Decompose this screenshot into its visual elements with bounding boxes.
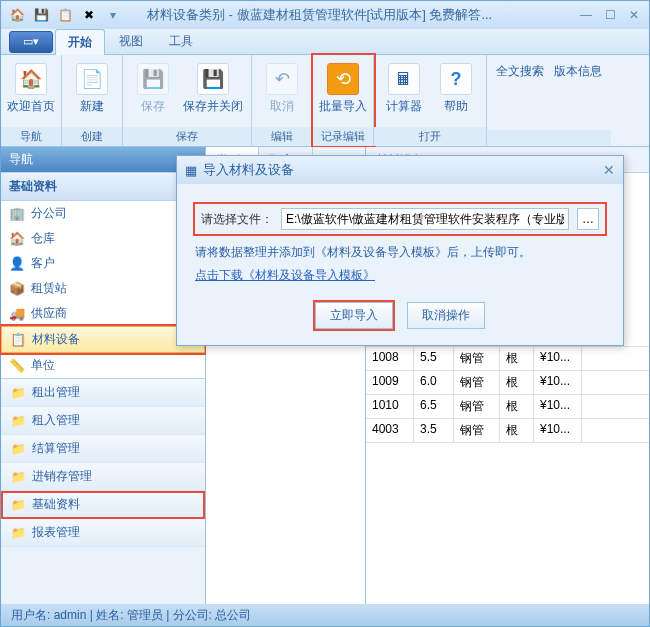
- batch-import-button[interactable]: ⟲批量导入: [319, 59, 367, 123]
- titlebar: 🏠 💾 📋 ✖ ▾ 材料设备类别 - 傲蓝建材租赁管理软件[试用版本] 免费解答…: [1, 1, 649, 29]
- ribbon: 🏠欢迎首页 导航 📄新建 创建 💾保存 💾保存并关闭 保存 ↶取消 编辑: [1, 55, 649, 147]
- nav-section-title[interactable]: 基础资料: [1, 172, 205, 201]
- folder-icon: 📁: [11, 386, 26, 400]
- nav-group-3[interactable]: 📁进销存管理: [1, 463, 205, 491]
- table-row[interactable]: 40033.5钢管根¥10...: [366, 419, 649, 443]
- close-icon[interactable]: ✕: [625, 8, 643, 22]
- sidebar-item-6[interactable]: 📏单位: [1, 353, 205, 378]
- sidebar-item-4[interactable]: 🚚供应商: [1, 301, 205, 326]
- help-button[interactable]: ?帮助: [432, 59, 480, 123]
- window-title: 材料设备类别 - 傲蓝建材租赁管理软件[试用版本] 免费解答...: [147, 6, 573, 24]
- sidebar-item-2[interactable]: 👤客户: [1, 251, 205, 276]
- sidebar-item-1[interactable]: 🏠仓库: [1, 226, 205, 251]
- save-icon: 💾: [137, 63, 169, 95]
- fulltext-search-button[interactable]: 全文搜索: [493, 59, 547, 126]
- close-doc-icon[interactable]: ✖: [79, 5, 99, 25]
- folder-icon: 📁: [11, 526, 26, 540]
- folder-icon: 📁: [11, 498, 26, 512]
- import-icon: ⟲: [327, 63, 359, 95]
- app-button[interactable]: ▭▾: [9, 31, 53, 53]
- tab-start[interactable]: 开始: [55, 29, 105, 55]
- version-info-button[interactable]: 版本信息: [551, 59, 605, 126]
- undo-icon: ↶: [266, 63, 298, 95]
- minimize-icon[interactable]: —: [577, 8, 595, 22]
- table-row[interactable]: 10096.0钢管根¥10...: [366, 371, 649, 395]
- sidebar-item-0[interactable]: 🏢分公司: [1, 201, 205, 226]
- nav-group-5[interactable]: 📁报表管理: [1, 519, 205, 547]
- home-icon[interactable]: 🏠: [7, 5, 27, 25]
- help-icon: ?: [440, 63, 472, 95]
- sidebar-item-3[interactable]: 📦租赁站: [1, 276, 205, 301]
- folder-icon: 📁: [11, 414, 26, 428]
- save-icon[interactable]: 💾: [31, 5, 51, 25]
- dialog-close-icon[interactable]: ✕: [603, 162, 615, 178]
- nav-group-4[interactable]: 📁基础资料: [1, 491, 205, 519]
- table-row[interactable]: 10085.5钢管根¥10...: [366, 347, 649, 371]
- nav-group-2[interactable]: 📁结算管理: [1, 435, 205, 463]
- nav-group-0[interactable]: 📁租出管理: [1, 379, 205, 407]
- file-path-input[interactable]: [281, 208, 569, 230]
- import-now-button[interactable]: 立即导入: [315, 302, 393, 329]
- dialog-icon: ▦: [185, 163, 197, 178]
- tab-tools[interactable]: 工具: [157, 29, 205, 54]
- file-label: 请选择文件：: [201, 211, 273, 228]
- statusbar: 用户名: admin | 姓名: 管理员 | 分公司: 总公司: [1, 604, 649, 626]
- import-dialog: ▦ 导入材料及设备 ✕ 请选择文件： … 请将数据整理并添加到《材料及设备导入模…: [176, 155, 624, 346]
- item-icon: 🚚: [9, 306, 25, 322]
- sidebar-item-5[interactable]: 📋材料设备: [1, 326, 205, 353]
- cancel-import-button[interactable]: 取消操作: [407, 302, 485, 329]
- item-icon: 📦: [9, 281, 25, 297]
- calc-button[interactable]: 🖩计算器: [380, 59, 428, 123]
- maximize-icon[interactable]: ☐: [601, 8, 619, 22]
- save-button[interactable]: 💾保存: [129, 59, 177, 123]
- new-button[interactable]: 📄新建: [68, 59, 116, 123]
- dialog-hint: 请将数据整理并添加到《材料及设备导入模板》后，上传即可。: [195, 244, 605, 261]
- dialog-title: 导入材料及设备: [203, 161, 294, 179]
- tab-view[interactable]: 视图: [107, 29, 155, 54]
- item-icon: 📋: [10, 332, 26, 348]
- item-icon: 🏠: [9, 231, 25, 247]
- cancel-button[interactable]: ↶取消: [258, 59, 306, 123]
- download-template-link[interactable]: 点击下载《材料及设备导入模板》: [195, 267, 375, 284]
- table-row[interactable]: 10106.5钢管根¥10...: [366, 395, 649, 419]
- item-icon: 🏢: [9, 206, 25, 222]
- new-icon: 📄: [76, 63, 108, 95]
- browse-button[interactable]: …: [577, 208, 599, 230]
- qat-dropdown-icon[interactable]: ▾: [103, 5, 123, 25]
- save-alt-icon[interactable]: 📋: [55, 5, 75, 25]
- folder-icon: 📁: [11, 442, 26, 456]
- nav-header: 导航 «: [1, 147, 205, 172]
- welcome-button[interactable]: 🏠欢迎首页: [7, 59, 55, 123]
- calculator-icon: 🖩: [388, 63, 420, 95]
- item-icon: 📏: [9, 358, 25, 374]
- item-icon: 👤: [9, 256, 25, 272]
- nav-group-1[interactable]: 📁租入管理: [1, 407, 205, 435]
- ribbon-tabs: ▭▾ 开始 视图 工具: [1, 29, 649, 55]
- save-close-icon: 💾: [197, 63, 229, 95]
- folder-icon: 📁: [11, 470, 26, 484]
- home-icon: 🏠: [15, 63, 47, 95]
- save-close-button[interactable]: 💾保存并关闭: [181, 59, 245, 123]
